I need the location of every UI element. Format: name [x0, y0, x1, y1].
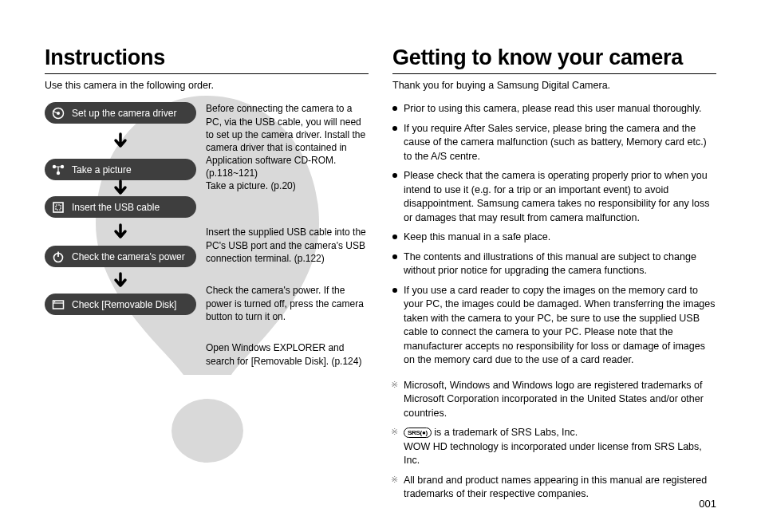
step-pill: Check [Removable Disk] — [45, 294, 196, 315]
step-label: Check the camera's power — [72, 250, 185, 263]
down-arrow-icon — [45, 124, 196, 159]
trademark-srs: SRS(●) is a trademark of SRS Labs, Inc. … — [392, 426, 716, 468]
step-label: Take a picture — [72, 164, 132, 176]
down-arrow-icon — [45, 180, 196, 196]
step-label: Insert the USB cable — [72, 201, 160, 214]
info-bullet: Keep this manual in a safe place. — [392, 231, 716, 245]
trademark-list: Microsoft, Windows and Windows logo are … — [392, 379, 716, 502]
trademark-brands: All brand and product names appearing in… — [392, 474, 716, 502]
step-description: Open Windows EXPLORER and search for [Re… — [206, 341, 369, 373]
step-description: Check the camera's power. If the power i… — [206, 284, 369, 341]
info-bullet: Prior to using this camera, please read … — [392, 102, 716, 116]
info-bullet: If you use a card reader to copy the ima… — [392, 284, 716, 368]
instructions-heading: Instructions — [45, 43, 369, 74]
step-pill: Insert the USB cable — [45, 196, 196, 218]
step-description: Insert the supplied USB cable into the P… — [206, 226, 369, 284]
info-bullet-list: Prior to using this camera, please read … — [392, 102, 716, 368]
instructions-column: Instructions Use this camera in the foll… — [45, 43, 369, 516]
step-pill: Set up the camera driver — [45, 102, 196, 124]
svg-rect-12 — [54, 301, 55, 302]
svg-rect-7 — [56, 205, 61, 210]
steps-flow: Set up the camera driverTake a pictureIn… — [45, 102, 196, 373]
instructions-intro: Use this camera in the following order. — [45, 79, 369, 93]
srs-badge-icon: SRS(●) — [404, 428, 432, 438]
trademark-microsoft: Microsoft, Windows and Windows logo are … — [392, 379, 716, 421]
info-bullet: If you require After Sales service, plea… — [392, 122, 716, 164]
window-icon — [51, 298, 65, 312]
square-outline-icon — [51, 200, 65, 215]
step-pill: Take a picture — [45, 159, 196, 180]
step-description: Take a picture. (p.20) — [206, 179, 369, 226]
down-arrow-icon — [45, 267, 196, 294]
getting-to-know-heading: Getting to know your camera — [392, 43, 716, 74]
step-pill: Check the camera's power — [45, 246, 196, 267]
svg-rect-6 — [53, 203, 63, 212]
disc-icon — [51, 106, 65, 120]
srs-line2: WOW HD technology is incorporated under … — [404, 441, 702, 467]
steps-descriptions: Before connecting the camera to a PC, vi… — [206, 102, 369, 373]
step-label: Check [Removable Disk] — [72, 298, 176, 311]
srs-text: is a trademark of SRS Labs, Inc. — [432, 427, 578, 438]
info-bullet: The contents and illustrations of this m… — [392, 250, 716, 278]
step-label: Set up the camera driver — [72, 107, 176, 120]
nodes-icon — [51, 163, 65, 177]
power-icon — [51, 250, 65, 264]
step-description: Before connecting the camera to a PC, vi… — [206, 102, 369, 179]
getting-to-know-intro: Thank you for buying a Samsung Digital C… — [392, 79, 716, 93]
getting-to-know-column: Getting to know your camera Thank you fo… — [392, 43, 716, 516]
down-arrow-icon — [45, 218, 196, 246]
info-bullet: Please check that the camera is operatin… — [392, 169, 716, 225]
